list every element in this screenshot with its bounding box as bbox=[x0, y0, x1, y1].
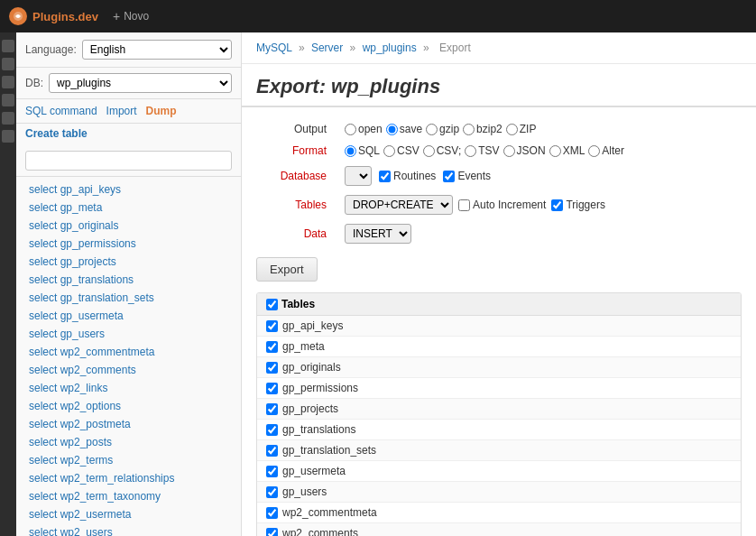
checklist-all-checkbox[interactable] bbox=[266, 299, 278, 310]
checklist-item-label[interactable]: wp2_commentmeta bbox=[266, 506, 377, 519]
breadcrumb: MySQL » Server » wp_plugins » Export bbox=[242, 32, 756, 64]
sidebar-list-item[interactable]: select gp_translation_sets bbox=[16, 289, 241, 307]
icon-bar-item-1[interactable] bbox=[2, 40, 14, 52]
format-csv[interactable]: CSV bbox=[383, 144, 419, 157]
checklist-item-label[interactable]: gp_translation_sets bbox=[266, 444, 376, 457]
icon-bar-item-2[interactable] bbox=[2, 58, 14, 70]
icon-bar-item-6[interactable] bbox=[2, 130, 14, 143]
sidebar-list-item[interactable]: select wp2_usermeta bbox=[16, 505, 241, 523]
events-checkbox[interactable] bbox=[443, 171, 455, 182]
sidebar-list-item[interactable]: select gp_usermeta bbox=[16, 307, 241, 325]
sidebar-list-item[interactable]: select wp2_links bbox=[16, 379, 241, 397]
data-select[interactable]: INSERT bbox=[345, 224, 411, 244]
database-select[interactable] bbox=[345, 166, 372, 186]
db-select[interactable]: wp_plugins bbox=[49, 73, 232, 93]
breadcrumb-server[interactable]: Server bbox=[311, 42, 343, 54]
format-json[interactable]: JSON bbox=[503, 144, 546, 157]
icon-bar-item-4[interactable] bbox=[2, 94, 14, 106]
sql-command-link[interactable]: SQL command bbox=[25, 105, 97, 117]
sidebar-list-item[interactable]: select gp_originals bbox=[16, 217, 241, 235]
sidebar-list-item[interactable]: select gp_users bbox=[16, 325, 241, 343]
language-select[interactable]: English bbox=[82, 40, 232, 60]
checklist-item-text: wp2_commentmeta bbox=[282, 506, 377, 519]
routines-checkbox-label[interactable]: Routines bbox=[379, 170, 436, 182]
triggers-label[interactable]: Triggers bbox=[551, 199, 605, 211]
output-zip[interactable]: ZIP bbox=[506, 123, 537, 135]
tables-action-select[interactable]: DROP+CREATE bbox=[345, 195, 453, 215]
breadcrumb-db[interactable]: wp_plugins bbox=[363, 42, 417, 54]
sidebar-list-item[interactable]: select wp2_term_taxonomy bbox=[16, 487, 241, 505]
breadcrumb-sep-2: » bbox=[350, 42, 359, 54]
sidebar-list-item[interactable]: select gp_permissions bbox=[16, 235, 241, 253]
icon-bar-item-3[interactable] bbox=[2, 76, 14, 88]
export-button[interactable]: Export bbox=[256, 257, 318, 282]
icon-bar-item-5[interactable] bbox=[2, 112, 14, 125]
breadcrumb-mysql[interactable]: MySQL bbox=[256, 42, 292, 54]
output-bzip2[interactable]: bzip2 bbox=[463, 123, 502, 135]
checklist-header-label: Tables bbox=[281, 298, 315, 310]
checklist-item-checkbox[interactable] bbox=[266, 403, 278, 415]
sidebar-list-item[interactable]: select gp_projects bbox=[16, 253, 241, 271]
format-xml[interactable]: XML bbox=[549, 144, 585, 157]
sidebar-list-item[interactable]: select wp2_posts bbox=[16, 433, 241, 451]
checklist-item-checkbox[interactable] bbox=[266, 486, 278, 498]
checklist-item-label[interactable]: gp_usermeta bbox=[266, 465, 346, 477]
sidebar-list-item[interactable]: select wp2_comments bbox=[16, 361, 241, 379]
checklist-item-checkbox[interactable] bbox=[266, 424, 278, 436]
search-input[interactable] bbox=[25, 151, 232, 171]
checklist-item-checkbox[interactable] bbox=[266, 383, 278, 394]
events-checkbox-label[interactable]: Events bbox=[443, 170, 491, 182]
checklist-item-checkbox[interactable] bbox=[266, 466, 278, 477]
dump-link[interactable]: Dump bbox=[146, 105, 177, 117]
checklist-item-label[interactable]: gp_originals bbox=[266, 361, 341, 374]
db-label: DB: bbox=[25, 77, 43, 89]
checklist-item-checkbox[interactable] bbox=[266, 528, 278, 537]
checklist-item-label[interactable]: gp_projects bbox=[266, 402, 338, 415]
sidebar-list-item[interactable]: select gp_translations bbox=[16, 271, 241, 289]
create-table-link[interactable]: Create table bbox=[25, 127, 88, 140]
format-csv2[interactable]: CSV; bbox=[423, 144, 462, 157]
checklist-item-label[interactable]: gp_permissions bbox=[266, 382, 358, 394]
sidebar-list-item[interactable]: select wp2_commentmeta bbox=[16, 343, 241, 361]
auto-increment-label[interactable]: Auto Increment bbox=[458, 199, 546, 211]
output-save[interactable]: save bbox=[386, 123, 422, 135]
checklist-header: Tables bbox=[257, 293, 741, 316]
new-button[interactable]: + Novo bbox=[113, 9, 149, 23]
app-logo[interactable]: Plugins.dev bbox=[9, 7, 98, 25]
triggers-checkbox[interactable] bbox=[551, 199, 563, 211]
auto-increment-checkbox[interactable] bbox=[458, 199, 470, 211]
output-gzip[interactable]: gzip bbox=[426, 123, 459, 135]
checklist-item-checkbox[interactable] bbox=[266, 445, 278, 457]
output-label: Output bbox=[256, 118, 337, 140]
sidebar-list-item[interactable]: select gp_api_keys bbox=[16, 180, 241, 199]
sidebar-list-item[interactable]: select wp2_term_relationships bbox=[16, 469, 241, 487]
form-table: Output open save gzip bzip2 ZIP Format bbox=[256, 118, 742, 248]
checklist-item-checkbox[interactable] bbox=[266, 320, 278, 332]
checklist-all-label[interactable]: Tables bbox=[266, 298, 315, 310]
checklist-item-label[interactable]: wp2_comments bbox=[266, 527, 358, 536]
format-sql[interactable]: SQL bbox=[345, 144, 380, 157]
checklist-item-label[interactable]: gp_meta bbox=[266, 340, 325, 353]
sidebar-list-item[interactable]: select wp2_postmeta bbox=[16, 415, 241, 433]
plus-icon: + bbox=[113, 9, 120, 23]
checklist-item-checkbox[interactable] bbox=[266, 507, 278, 519]
checklist-item-label[interactable]: gp_api_keys bbox=[266, 319, 343, 332]
sidebar-list-item[interactable]: select wp2_options bbox=[16, 397, 241, 415]
sidebar-list-item[interactable]: select gp_meta bbox=[16, 199, 241, 217]
checklist-item-checkbox[interactable] bbox=[266, 362, 278, 374]
checklist-item-label[interactable]: gp_translations bbox=[266, 423, 355, 436]
format-alter[interactable]: Alter bbox=[588, 144, 624, 157]
tables-row: Tables DROP+CREATE Auto Increment bbox=[256, 190, 742, 219]
checklist-item-text: gp_projects bbox=[282, 402, 338, 415]
checklist-item: gp_users bbox=[257, 482, 741, 503]
checklist-item-label[interactable]: gp_users bbox=[266, 485, 327, 498]
import-link[interactable]: Import bbox=[106, 105, 137, 117]
routines-checkbox[interactable] bbox=[379, 171, 391, 182]
output-open[interactable]: open bbox=[345, 123, 383, 135]
sidebar-list-item[interactable]: select wp2_users bbox=[16, 523, 241, 536]
database-label: Database bbox=[256, 162, 337, 190]
format-tsv[interactable]: TSV bbox=[465, 144, 499, 157]
checklist-item-checkbox[interactable] bbox=[266, 341, 278, 353]
icon-bar bbox=[0, 32, 16, 536]
sidebar-list-item[interactable]: select wp2_terms bbox=[16, 451, 241, 469]
